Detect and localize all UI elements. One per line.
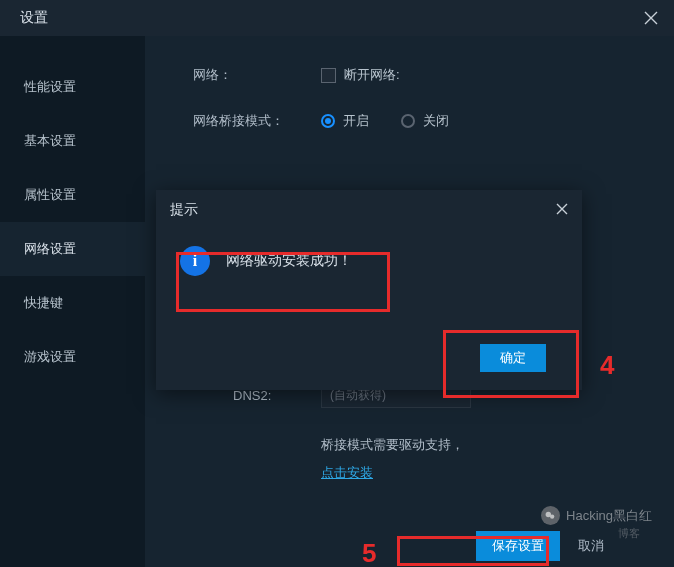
sidebar-item-label: 基本设置 xyxy=(24,132,76,150)
sidebar-item-label: 游戏设置 xyxy=(24,348,76,366)
bridge-hint: 桥接模式需要驱动支持， xyxy=(321,436,674,454)
cancel-button[interactable]: 取消 xyxy=(578,537,604,555)
radio-on-label: 开启 xyxy=(343,112,369,130)
save-button[interactable]: 保存设置 xyxy=(476,531,560,561)
watermark-text: Hacking黑白红 xyxy=(566,507,652,525)
sidebar-item-basic[interactable]: 基本设置 xyxy=(0,114,145,168)
ok-button[interactable]: 确定 xyxy=(480,344,546,372)
watermark-sub: 博客 xyxy=(618,526,640,541)
footer-buttons: 保存设置 取消 xyxy=(476,531,604,561)
watermark: Hacking黑白红 xyxy=(541,506,652,525)
radio-on[interactable]: 开启 xyxy=(321,112,369,130)
titlebar: 设置 xyxy=(0,0,674,36)
modal-message: 网络驱动安装成功！ xyxy=(226,252,352,270)
window-title: 设置 xyxy=(20,9,48,27)
radio-off[interactable]: 关闭 xyxy=(401,112,449,130)
sidebar: 性能设置 基本设置 属性设置 网络设置 快捷键 游戏设置 xyxy=(0,36,145,567)
bridge-radio-group: 开启 关闭 xyxy=(321,112,449,130)
checkbox-icon[interactable] xyxy=(321,68,336,83)
radio-icon[interactable] xyxy=(401,114,415,128)
sidebar-item-label: 网络设置 xyxy=(24,240,76,258)
modal-title: 提示 xyxy=(170,201,198,219)
sidebar-item-label: 快捷键 xyxy=(24,294,63,312)
annotation-number-5: 5 xyxy=(362,538,376,567)
modal-header: 提示 xyxy=(156,190,582,230)
info-icon: i xyxy=(180,246,210,276)
disconnect-label: 断开网络: xyxy=(344,66,400,84)
svg-point-1 xyxy=(550,514,554,518)
sidebar-item-shortcut[interactable]: 快捷键 xyxy=(0,276,145,330)
modal-body: i 网络驱动安装成功！ xyxy=(156,230,582,284)
modal-dialog: 提示 i 网络驱动安装成功！ 确定 xyxy=(156,190,582,390)
close-icon[interactable] xyxy=(640,7,662,29)
disconnect-group[interactable]: 断开网络: xyxy=(321,66,400,84)
radio-icon[interactable] xyxy=(321,114,335,128)
sidebar-item-network[interactable]: 网络设置 xyxy=(0,222,145,276)
row-bridge: 网络桥接模式： 开启 关闭 xyxy=(193,112,674,130)
sidebar-item-label: 属性设置 xyxy=(24,186,76,204)
sidebar-item-label: 性能设置 xyxy=(24,78,76,96)
radio-off-label: 关闭 xyxy=(423,112,449,130)
annotation-number-4: 4 xyxy=(600,350,614,381)
modal-footer: 确定 xyxy=(480,344,546,372)
wechat-icon xyxy=(541,506,560,525)
sidebar-item-game[interactable]: 游戏设置 xyxy=(0,330,145,384)
install-link[interactable]: 点击安装 xyxy=(321,465,373,480)
sidebar-item-attribute[interactable]: 属性设置 xyxy=(0,168,145,222)
modal-close-icon[interactable] xyxy=(556,201,568,219)
sidebar-item-performance[interactable]: 性能设置 xyxy=(0,60,145,114)
row-network: 网络： 断开网络: xyxy=(193,66,674,84)
label-bridge: 网络桥接模式： xyxy=(193,112,321,130)
label-network: 网络： xyxy=(193,66,321,84)
